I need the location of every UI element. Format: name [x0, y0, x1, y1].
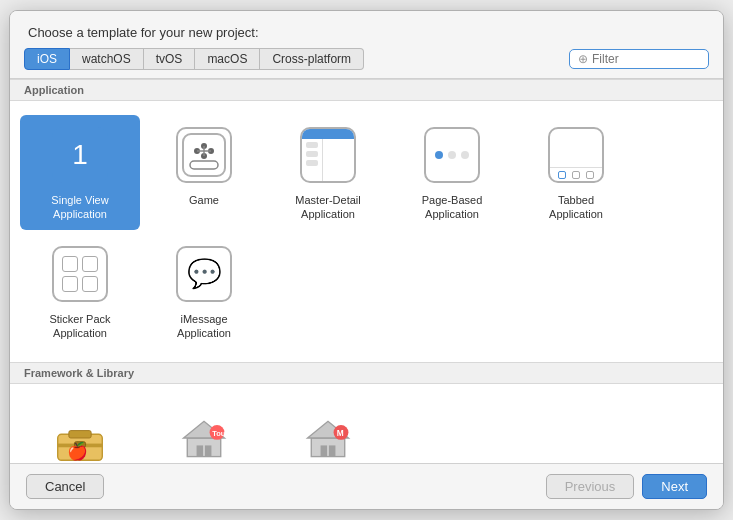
template-icon-game [172, 123, 236, 187]
section-framework: Framework & Library [10, 362, 723, 384]
template-label-tabbed: TabbedApplication [549, 193, 603, 222]
svg-text:M: M [337, 428, 344, 438]
svg-rect-19 [311, 438, 344, 457]
new-project-dialog: Choose a template for your new project: … [9, 10, 724, 510]
template-game[interactable]: Game [144, 115, 264, 230]
templates-content: Application 1 Single ViewApplication [10, 78, 723, 464]
template-page-based[interactable]: Page-BasedApplication [392, 115, 512, 230]
template-label-sticker-pack: Sticker PackApplication [49, 312, 110, 341]
template-label-master-detail: Master-DetailApplication [295, 193, 360, 222]
svg-rect-15 [197, 446, 204, 457]
section-application: Application [10, 79, 723, 101]
template-icon-master-detail [296, 123, 360, 187]
template-icon-cocoa-touch-framework: 🍎 [48, 406, 112, 464]
application-templates-grid: 1 Single ViewApplication [10, 101, 723, 362]
template-cocoa-touch-static[interactable]: Touch Cocoa TouchStatic Library [144, 398, 264, 464]
svg-rect-13 [187, 438, 220, 457]
dialog-title: Choose a template for your new project: [10, 11, 723, 48]
filter-box: ⊕ [569, 49, 709, 69]
template-single-view[interactable]: 1 Single ViewApplication [20, 115, 140, 230]
template-master-detail[interactable]: Master-DetailApplication [268, 115, 388, 230]
template-icon-sticker-pack [48, 242, 112, 306]
tab-watchos[interactable]: watchOS [70, 48, 144, 70]
template-label-page-based: Page-BasedApplication [422, 193, 483, 222]
template-label-game: Game [189, 193, 219, 207]
next-button[interactable]: Next [642, 474, 707, 499]
tab-ios[interactable]: iOS [24, 48, 70, 70]
tab-macos[interactable]: macOS [195, 48, 260, 70]
template-label-imessage: iMessageApplication [177, 312, 231, 341]
template-label-single-view: Single ViewApplication [51, 193, 108, 222]
cancel-button[interactable]: Cancel [26, 474, 104, 499]
template-icon-cocoa-touch-static: Touch [172, 406, 236, 464]
template-sticker-pack[interactable]: Sticker PackApplication [20, 234, 140, 349]
template-imessage[interactable]: 💬 iMessageApplication [144, 234, 264, 349]
template-cocoa-touch-framework[interactable]: 🍎 Cocoa TouchFramework [20, 398, 140, 464]
svg-rect-21 [321, 446, 328, 457]
previous-button[interactable]: Previous [546, 474, 635, 499]
platform-tabs-row: iOS watchOS tvOS macOS Cross-platform ⊕ [10, 48, 723, 78]
svg-rect-22 [329, 446, 336, 457]
template-icon-single-view: 1 [48, 123, 112, 187]
template-icon-page-based [420, 123, 484, 187]
framework-templates-grid: 🍎 Cocoa TouchFramework Tou [10, 384, 723, 464]
tab-tvos[interactable]: tvOS [144, 48, 196, 70]
svg-rect-9 [69, 431, 91, 438]
filter-icon: ⊕ [578, 52, 588, 66]
template-icon-tabbed [544, 123, 608, 187]
dialog-footer: Cancel Previous Next [10, 464, 723, 509]
svg-rect-16 [205, 446, 212, 457]
template-icon-metal-library: M [296, 406, 360, 464]
filter-input[interactable] [592, 52, 700, 66]
template-icon-imessage: 💬 [172, 242, 236, 306]
svg-text:🍎: 🍎 [67, 441, 88, 462]
template-metal-library[interactable]: M Metal Library [268, 398, 388, 464]
template-tabbed[interactable]: TabbedApplication [516, 115, 636, 230]
navigation-buttons: Previous Next [546, 474, 707, 499]
tab-crossplatform[interactable]: Cross-platform [260, 48, 364, 70]
svg-text:Touch: Touch [212, 429, 230, 438]
